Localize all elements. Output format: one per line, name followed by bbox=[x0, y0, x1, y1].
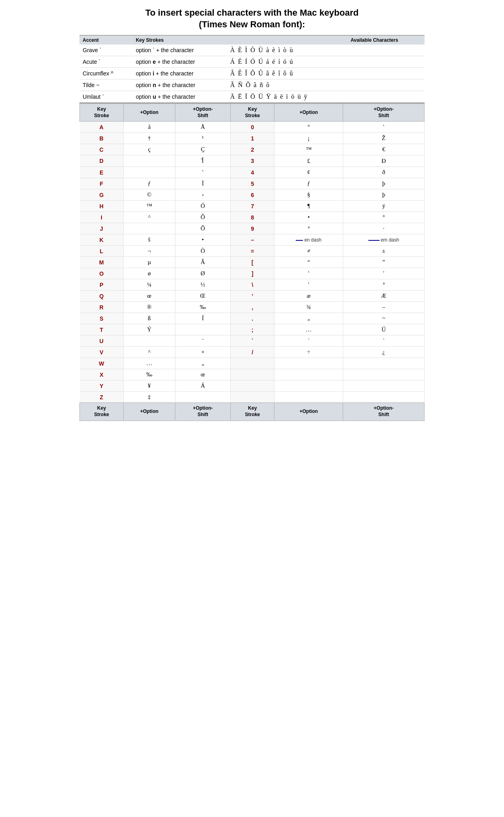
key-right: 5 bbox=[231, 178, 274, 189]
option-right: en dash bbox=[274, 234, 343, 246]
key-left: A bbox=[80, 122, 124, 133]
em-dash-label: em dash bbox=[381, 237, 399, 243]
option-right bbox=[274, 358, 343, 369]
key-right: 1 bbox=[231, 133, 274, 144]
table-row: H™Ó7¶ý bbox=[80, 201, 425, 212]
col-option-shift-left: +Option-Shift bbox=[175, 104, 230, 122]
key-left: Y bbox=[80, 380, 124, 392]
accent-name: Umlaut ¨ bbox=[79, 91, 132, 103]
option-shift-left: œ bbox=[175, 369, 230, 380]
option-shift-left: Â bbox=[175, 257, 230, 268]
option-right: ª bbox=[274, 223, 343, 234]
option-right: … bbox=[274, 324, 343, 335]
key-left: K bbox=[80, 234, 124, 246]
table-row: FƒÏ5ƒþ bbox=[80, 178, 425, 189]
option-shift-right: ° bbox=[343, 212, 425, 223]
accent-keystrokes: option u + the character bbox=[132, 91, 227, 103]
key-right: 8 bbox=[231, 212, 274, 223]
en-dash-line bbox=[296, 240, 303, 241]
col-option-left: +Option bbox=[124, 104, 175, 122]
option-shift-left: Ó bbox=[175, 201, 230, 212]
key-left: T bbox=[80, 324, 124, 335]
option-left: ® bbox=[124, 302, 175, 313]
table-row: B†¹1¡Ž bbox=[80, 133, 425, 144]
option-shift-right: ý bbox=[343, 201, 425, 212]
option-right: ≠ bbox=[274, 246, 343, 257]
table-row: Z‡ bbox=[80, 392, 425, 403]
option-right: ÷ bbox=[274, 347, 343, 358]
option-right: ' bbox=[274, 279, 343, 291]
key-right bbox=[231, 358, 274, 369]
key-right: – bbox=[231, 234, 274, 246]
table-row: R®‰,¾– bbox=[80, 302, 425, 313]
option-shift-right: € bbox=[343, 144, 425, 155]
option-left: š bbox=[124, 234, 175, 246]
key-right bbox=[231, 392, 274, 403]
key-right: 7 bbox=[231, 201, 274, 212]
key-right: 2 bbox=[231, 144, 274, 155]
option-shift-right: ª bbox=[343, 279, 425, 291]
option-shift-left: Ï bbox=[175, 178, 230, 189]
option-right: ¶ bbox=[274, 201, 343, 212]
table-row: U¨``` bbox=[80, 335, 425, 347]
option-shift-right: þ bbox=[343, 178, 425, 189]
key-left: U bbox=[80, 335, 124, 347]
key-right: ] bbox=[231, 268, 274, 279]
option-shift-right: ' bbox=[343, 122, 425, 133]
key-left: F bbox=[80, 178, 124, 189]
option-shift-left bbox=[175, 324, 230, 335]
table-row: CçÇ2™€ bbox=[80, 144, 425, 155]
option-shift-right: ' bbox=[343, 268, 425, 279]
key-right: 6 bbox=[231, 189, 274, 201]
accent-row: Acute ´option e + the characterÁ É Í Ó Ú… bbox=[79, 56, 425, 68]
option-shift-right: ~ bbox=[343, 313, 425, 324]
option-right: „ bbox=[274, 313, 343, 324]
option-shift-left: Ô bbox=[175, 212, 230, 223]
key-left: O bbox=[80, 268, 124, 279]
table-row: W…„ bbox=[80, 358, 425, 369]
option-left bbox=[124, 167, 175, 178]
key-right: 0 bbox=[231, 122, 274, 133]
key-left: E bbox=[80, 167, 124, 178]
accent-row: Circumflex ^option i + the characterÂ Ê … bbox=[79, 68, 425, 79]
option-left: œ bbox=[124, 291, 175, 302]
option-left: ß bbox=[124, 313, 175, 324]
key-right: 4 bbox=[231, 167, 274, 178]
option-left: ø bbox=[124, 268, 175, 279]
key-right: . bbox=[231, 313, 274, 324]
key-right: / bbox=[231, 347, 274, 358]
key-left: D bbox=[80, 155, 124, 167]
option-shift-left: ‰ bbox=[175, 302, 230, 313]
key-left: S bbox=[80, 313, 124, 324]
key-left: M bbox=[80, 257, 124, 268]
option-shift-right bbox=[343, 392, 425, 403]
accent-keystrokes: option i + the character bbox=[132, 68, 227, 79]
option-left: ‡ bbox=[124, 392, 175, 403]
table-row: OøØ]'' bbox=[80, 268, 425, 279]
table-row: JÔ9ª· bbox=[80, 223, 425, 234]
option-shift-right: ” bbox=[343, 257, 425, 268]
option-shift-left: ¨ bbox=[175, 335, 230, 347]
accent-name: Tilde ~ bbox=[79, 79, 132, 91]
keystrokes-header: Key Strokes bbox=[132, 35, 347, 45]
table-row: TÝ;…Ú bbox=[80, 324, 425, 335]
key-left: W bbox=[80, 358, 124, 369]
accent-available: Á É Í Ó Ú á é í ó ú bbox=[227, 56, 347, 68]
table-row: Y¥Á bbox=[80, 380, 425, 392]
option-shift-right: þ bbox=[343, 189, 425, 201]
key-right bbox=[231, 369, 274, 380]
option-right: æ bbox=[274, 291, 343, 302]
option-shift-left: › bbox=[175, 189, 230, 201]
table-row: P¼½\'ª bbox=[80, 279, 425, 291]
option-shift-left: Ò bbox=[175, 246, 230, 257]
option-left: ‰ bbox=[124, 369, 175, 380]
key-right: ; bbox=[231, 324, 274, 335]
option-shift-left: ' bbox=[175, 167, 230, 178]
key-left: L bbox=[80, 246, 124, 257]
option-right: • bbox=[274, 212, 343, 223]
accent-row: Umlaut ¨option u + the characterÄ Ë Ï Ö … bbox=[79, 91, 425, 103]
footer-key-stroke-right: KeyStroke bbox=[231, 403, 274, 421]
table-row: SßÍ.„~ bbox=[80, 313, 425, 324]
available-header: Available Characters bbox=[348, 35, 425, 45]
accent-available: Ã Ñ Õ ã ñ õ bbox=[227, 79, 347, 91]
